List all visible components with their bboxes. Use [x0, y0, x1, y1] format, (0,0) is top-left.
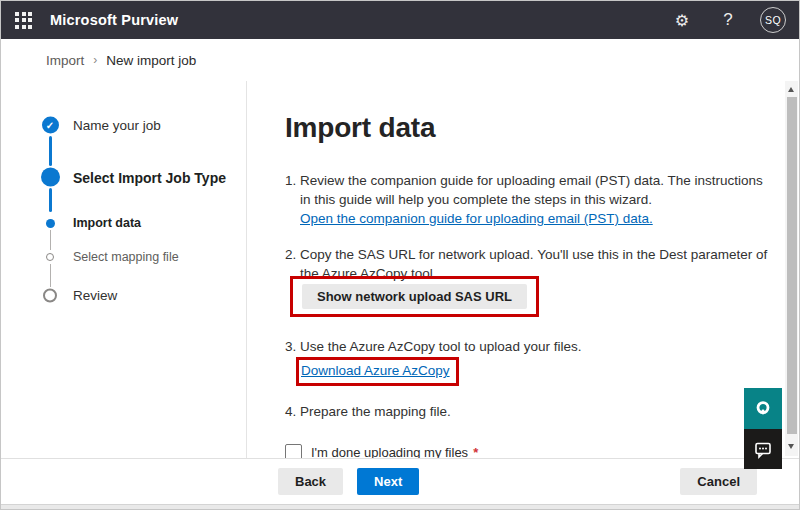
download-azcopy-link[interactable]: Download Azure AzCopy: [301, 363, 450, 378]
instruction-step-3: 3. Use the Azure AzCopy tool to upload y…: [285, 337, 769, 402]
step-3-text: Use the Azure AzCopy tool to upload your…: [300, 339, 581, 354]
help-widget-button[interactable]: [744, 388, 782, 429]
breadcrumb-import-link[interactable]: Import: [46, 53, 84, 68]
chat-bubble-icon: [753, 439, 773, 459]
wizard-step-select-import-job-type[interactable]: Select Import Job Type: [39, 168, 226, 187]
wizard-step-label: Name your job: [73, 118, 161, 133]
next-button[interactable]: Next: [357, 468, 419, 495]
breadcrumb-separator-icon: ›: [93, 53, 97, 67]
import-data-panel: Import data 1. Review the companion guid…: [247, 81, 799, 458]
step-upcoming-circle-icon: [46, 253, 54, 261]
wizard-steps-sidebar: ✓ Name your job Select Import Job Type I…: [1, 81, 247, 458]
page-title: Import data: [285, 112, 799, 144]
headset-icon: [753, 399, 773, 419]
step-completed-check-icon: ✓: [42, 117, 59, 134]
companion-guide-link[interactable]: Open the companion guide for uploading e…: [300, 211, 653, 226]
instruction-step-4: 4. Prepare the mapping file.: [285, 402, 769, 421]
wizard-step-name-your-job[interactable]: ✓ Name your job: [39, 117, 161, 134]
wizard-footer: Back Next Cancel: [1, 458, 799, 504]
account-avatar[interactable]: SQ: [760, 7, 786, 33]
instruction-list: 1. Review the companion guide for upload…: [285, 171, 769, 458]
window-bottom-edge: [1, 504, 799, 510]
scroll-down-arrow-icon[interactable]: [788, 444, 794, 449]
cancel-button[interactable]: Cancel: [680, 468, 757, 495]
wizard-step-label: Review: [73, 288, 117, 303]
app-title: Microsoft Purview: [50, 12, 178, 28]
breadcrumb-current-page: New import job: [106, 53, 196, 68]
step-connector: [50, 230, 52, 250]
step-connector: [49, 188, 52, 212]
step-filled-circle-icon: [41, 168, 60, 187]
settings-gear-icon[interactable]: ⚙: [670, 11, 694, 30]
vertical-scrollbar[interactable]: [785, 81, 798, 456]
annotation-red-box-sas-button: Show network upload SAS URL: [290, 276, 539, 317]
scrollbar-thumb[interactable]: [787, 97, 797, 434]
step-connector: [50, 264, 52, 287]
checkbox-row-done-uploading: I'm done uploading my files *: [285, 444, 769, 458]
done-uploading-checkbox[interactable]: [285, 444, 302, 458]
step-number: 1.: [285, 171, 300, 228]
wizard-step-select-mapping-file[interactable]: Select mapping file: [39, 250, 179, 264]
required-asterisk: *: [473, 445, 478, 458]
step-connector: [49, 136, 52, 166]
scroll-up-arrow-icon[interactable]: [788, 87, 794, 92]
step-1-text: Review the companion guide for uploading…: [300, 173, 763, 207]
checkbox-label: I'm done uploading my files: [311, 445, 468, 458]
instruction-step-2: 2. Copy the SAS URL for network upload. …: [285, 245, 769, 337]
top-app-bar: Microsoft Purview ⚙ ? SQ: [1, 1, 799, 39]
step-number: 4.: [285, 402, 300, 421]
wizard-step-review[interactable]: Review: [39, 288, 117, 303]
breadcrumb: Import › New import job: [1, 39, 799, 81]
wizard-step-label: Select Import Job Type: [73, 169, 226, 185]
back-button[interactable]: Back: [278, 468, 343, 495]
wizard-step-label: Select mapping file: [73, 250, 179, 264]
purview-window: Microsoft Purview ⚙ ? SQ Import › New im…: [0, 0, 800, 510]
annotation-red-box-azcopy-link: Download Azure AzCopy: [296, 357, 459, 386]
step-4-text: Prepare the mapping file.: [300, 402, 769, 421]
step-current-dot-icon: [46, 219, 55, 228]
show-sas-url-button[interactable]: Show network upload SAS URL: [302, 284, 527, 309]
instruction-step-1: 1. Review the companion guide for upload…: [285, 171, 769, 228]
help-question-icon[interactable]: ?: [716, 10, 740, 30]
wizard-step-label: Import data: [73, 216, 141, 230]
step-upcoming-circle-icon: [43, 288, 57, 302]
app-launcher-icon[interactable]: [15, 12, 32, 29]
wizard-step-import-data[interactable]: Import data: [39, 216, 141, 230]
feedback-chat-button[interactable]: [744, 429, 782, 469]
